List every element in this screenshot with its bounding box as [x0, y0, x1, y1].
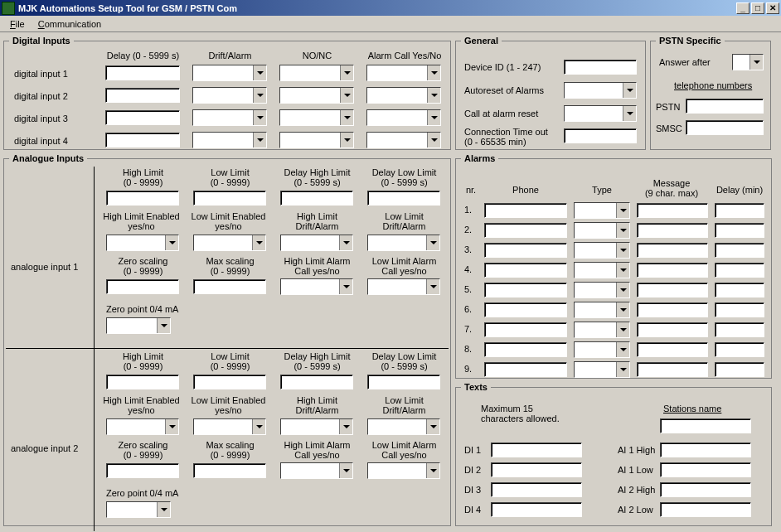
- alarm-message-9[interactable]: [637, 362, 708, 377]
- di-1-nonc[interactable]: [279, 65, 354, 81]
- alarm-phone-2[interactable]: [484, 223, 567, 238]
- di-4-call[interactable]: [366, 132, 441, 148]
- alarm-message-7[interactable]: [637, 322, 708, 337]
- alarm-phone-8[interactable]: [484, 342, 567, 357]
- ai2-hle[interactable]: [106, 418, 179, 435]
- alarm-delay-2[interactable]: [715, 223, 764, 238]
- alarm-type-8[interactable]: [574, 341, 630, 358]
- ai2high-text[interactable]: [660, 482, 751, 497]
- alarm-phone-9[interactable]: [484, 362, 567, 377]
- chevron-down-icon[interactable]: [616, 302, 629, 317]
- chevron-down-icon[interactable]: [426, 279, 439, 294]
- maximize-button[interactable]: □: [751, 2, 764, 14]
- chevron-down-icon[interactable]: [165, 419, 178, 434]
- di-1-call[interactable]: [366, 65, 441, 81]
- di-3-call[interactable]: [366, 109, 441, 126]
- chevron-down-icon[interactable]: [339, 419, 352, 434]
- ai2-ms[interactable]: [193, 463, 266, 478]
- answer-after-combo[interactable]: [732, 54, 764, 70]
- chevron-down-icon[interactable]: [252, 235, 265, 250]
- chevron-down-icon[interactable]: [340, 65, 353, 80]
- chevron-down-icon[interactable]: [253, 110, 266, 125]
- alarm-type-7[interactable]: [574, 322, 630, 338]
- alarm-delay-3[interactable]: [715, 243, 764, 258]
- call-alarm-combo[interactable]: [564, 105, 637, 122]
- di-4-nonc[interactable]: [279, 132, 354, 148]
- ai1-lle[interactable]: [193, 235, 266, 251]
- stations-name-input[interactable]: [660, 418, 751, 433]
- alarm-message-8[interactable]: [637, 342, 708, 357]
- ai1-hl[interactable]: [106, 191, 179, 206]
- ai1-hlac[interactable]: [280, 278, 353, 295]
- ai2-ll[interactable]: [193, 375, 266, 389]
- chevron-down-icon[interactable]: [157, 318, 170, 333]
- ai1-llac[interactable]: [367, 278, 440, 295]
- alarm-message-5[interactable]: [637, 283, 708, 297]
- chevron-down-icon[interactable]: [616, 322, 629, 337]
- di-4-drift[interactable]: [192, 132, 267, 148]
- alarm-delay-5[interactable]: [715, 283, 764, 297]
- di-1-drift[interactable]: [192, 65, 267, 81]
- alarm-type-6[interactable]: [574, 302, 630, 318]
- chevron-down-icon[interactable]: [426, 463, 439, 478]
- alarm-message-2[interactable]: [637, 223, 708, 238]
- di4-text[interactable]: [491, 502, 582, 517]
- chevron-down-icon[interactable]: [616, 362, 629, 377]
- alarm-message-3[interactable]: [637, 243, 708, 258]
- chevron-down-icon[interactable]: [616, 203, 629, 218]
- di1-text[interactable]: [491, 443, 582, 457]
- ai1-zp[interactable]: [106, 317, 171, 334]
- alarm-type-9[interactable]: [574, 361, 630, 378]
- di3-text[interactable]: [491, 482, 582, 497]
- ai2-dll[interactable]: [367, 375, 440, 389]
- chevron-down-icon[interactable]: [427, 88, 440, 103]
- pstn-input[interactable]: [686, 99, 764, 114]
- ai1-dll[interactable]: [367, 191, 440, 206]
- alarm-phone-5[interactable]: [484, 283, 567, 297]
- alarm-phone-3[interactable]: [484, 243, 567, 258]
- chevron-down-icon[interactable]: [339, 235, 352, 250]
- ai2-hlac[interactable]: [280, 462, 353, 479]
- ai1-dhl[interactable]: [280, 191, 353, 206]
- chevron-down-icon[interactable]: [427, 133, 440, 148]
- di-3-delay[interactable]: [105, 110, 180, 125]
- alarm-message-4[interactable]: [637, 263, 708, 278]
- ai2-hl[interactable]: [106, 375, 179, 389]
- chevron-down-icon[interactable]: [340, 88, 353, 103]
- chevron-down-icon[interactable]: [427, 65, 440, 80]
- alarm-delay-8[interactable]: [715, 342, 764, 357]
- autoreset-combo[interactable]: [564, 82, 637, 99]
- alarm-delay-9[interactable]: [715, 362, 764, 377]
- ai1-ll[interactable]: [193, 191, 266, 206]
- alarm-message-1[interactable]: [637, 203, 708, 218]
- alarm-phone-6[interactable]: [484, 302, 567, 317]
- chevron-down-icon[interactable]: [339, 463, 352, 478]
- ai1-hlda[interactable]: [280, 235, 353, 251]
- menu-file[interactable]: File: [3, 17, 32, 31]
- chevron-down-icon[interactable]: [616, 223, 629, 238]
- ai2-hlda[interactable]: [280, 418, 353, 435]
- alarm-message-6[interactable]: [637, 302, 708, 317]
- menu-communication[interactable]: Communication: [32, 17, 108, 31]
- chevron-down-icon[interactable]: [426, 235, 439, 250]
- ai1-ms[interactable]: [193, 279, 266, 294]
- alarm-phone-1[interactable]: [484, 203, 567, 218]
- alarm-delay-1[interactable]: [715, 203, 764, 218]
- alarm-phone-4[interactable]: [484, 263, 567, 278]
- chevron-down-icon[interactable]: [340, 110, 353, 125]
- chevron-down-icon[interactable]: [623, 83, 636, 98]
- close-button[interactable]: ✕: [766, 2, 779, 14]
- chevron-down-icon[interactable]: [749, 55, 763, 70]
- alarm-type-5[interactable]: [574, 282, 630, 298]
- chevron-down-icon[interactable]: [616, 342, 629, 357]
- chevron-down-icon[interactable]: [253, 65, 266, 80]
- ai2low-text[interactable]: [660, 502, 751, 517]
- device-id-input[interactable]: [564, 60, 637, 75]
- ai1low-text[interactable]: [660, 462, 751, 477]
- chevron-down-icon[interactable]: [623, 106, 636, 121]
- ai2-lle[interactable]: [193, 418, 266, 435]
- alarm-type-3[interactable]: [574, 242, 630, 259]
- di-2-delay[interactable]: [105, 88, 180, 103]
- ai1-zs[interactable]: [106, 279, 179, 294]
- chevron-down-icon[interactable]: [157, 502, 170, 517]
